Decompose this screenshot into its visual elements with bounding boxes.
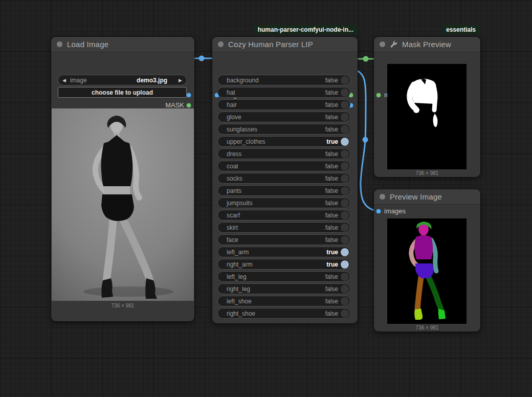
image-size-caption: 736 × 981 bbox=[51, 303, 194, 308]
input-port-mask[interactable] bbox=[376, 93, 381, 98]
toggle-right_leg[interactable]: right_legfalse bbox=[217, 283, 350, 294]
toggle-knob[interactable] bbox=[341, 199, 349, 207]
toggle-value: false bbox=[325, 310, 338, 317]
toggle-label: face bbox=[227, 236, 325, 244]
toggle-knob[interactable] bbox=[341, 260, 349, 269]
segmentation-preview-image bbox=[387, 218, 467, 324]
node-preview-image[interactable]: Preview Image images bbox=[374, 189, 480, 332]
toggle-dress[interactable]: dressfalse bbox=[217, 148, 350, 159]
toggle-label: left_leg bbox=[227, 273, 325, 280]
toggle-label: right_arm bbox=[227, 261, 326, 268]
collapse-dot[interactable] bbox=[380, 194, 385, 200]
toggle-socks[interactable]: socksfalse bbox=[217, 173, 350, 184]
toggle-right_shoe[interactable]: right_shoefalse bbox=[217, 308, 350, 319]
toggle-label: glove bbox=[227, 114, 325, 121]
node-source-badge-essentials: essentials bbox=[442, 25, 480, 34]
toggle-background[interactable]: backgroundfalse bbox=[217, 75, 350, 85]
toggle-knob[interactable] bbox=[341, 310, 349, 318]
toggle-glove[interactable]: glovefalse bbox=[217, 112, 350, 122]
toggle-knob[interactable] bbox=[341, 113, 349, 121]
collapse-dot[interactable] bbox=[380, 41, 385, 47]
toggle-value: false bbox=[325, 273, 338, 280]
collapse-dot[interactable] bbox=[218, 41, 224, 47]
toggle-value: true bbox=[326, 249, 338, 256]
toggle-knob[interactable] bbox=[341, 273, 349, 281]
combo-prev-icon[interactable]: ◀ bbox=[58, 78, 70, 83]
mask-preview-image bbox=[387, 64, 467, 169]
toggle-knob[interactable] bbox=[341, 76, 349, 84]
toggle-knob[interactable] bbox=[341, 236, 349, 244]
toggle-face[interactable]: facefalse bbox=[217, 234, 350, 245]
node-title-bar[interactable]: Mask Preview bbox=[374, 37, 480, 52]
image-size-caption: 736 × 981 bbox=[374, 170, 480, 176]
toggle-knob[interactable] bbox=[341, 150, 349, 158]
node-title-bar[interactable]: Preview Image bbox=[374, 189, 480, 205]
toggle-knob[interactable] bbox=[341, 297, 349, 305]
toggle-knob[interactable] bbox=[341, 187, 349, 195]
toggle-pants[interactable]: pantsfalse bbox=[217, 185, 350, 196]
input-label-images: images bbox=[384, 208, 406, 215]
image-file-combo[interactable]: ◀ image demo3.jpg ▶ bbox=[58, 75, 187, 85]
toggle-skirt[interactable]: skirtfalse bbox=[217, 222, 350, 233]
toggle-sunglasses[interactable]: sunglassesfalse bbox=[217, 124, 350, 135]
toggle-coat[interactable]: coatfalse bbox=[217, 161, 350, 171]
toggle-knob[interactable] bbox=[341, 89, 349, 97]
toggle-left_leg[interactable]: left_legfalse bbox=[217, 271, 350, 282]
input-port-images[interactable] bbox=[376, 209, 381, 214]
toggle-value: false bbox=[325, 200, 338, 207]
toggle-label: coat bbox=[227, 163, 325, 170]
toggle-hat[interactable]: hatfalse bbox=[217, 87, 350, 98]
toggle-left_arm[interactable]: left_armtrue bbox=[217, 247, 350, 257]
toggle-value: false bbox=[325, 187, 338, 194]
toggle-knob[interactable] bbox=[341, 211, 349, 219]
toggle-label: upper_clothes bbox=[227, 138, 326, 145]
output-port-mask[interactable] bbox=[186, 103, 191, 108]
toggle-label: right_leg bbox=[227, 285, 325, 293]
node-load-image[interactable]: Load Image IMAGE MASK ◀ image demo3.jpg … bbox=[51, 37, 194, 321]
toggle-label: right_shoe bbox=[227, 310, 325, 317]
toggle-label: left_arm bbox=[227, 249, 326, 256]
wire-midpoint-dot[interactable] bbox=[363, 56, 369, 62]
node-title-bar[interactable]: Load Image bbox=[51, 37, 194, 52]
toggle-jumpsuits[interactable]: jumpsuitsfalse bbox=[217, 197, 350, 208]
toggle-label: hair bbox=[227, 101, 325, 108]
toggle-left_shoe[interactable]: left_shoefalse bbox=[217, 296, 350, 306]
toggle-label: scarf bbox=[227, 212, 325, 219]
toggle-knob[interactable] bbox=[341, 248, 349, 256]
wire-midpoint-dot[interactable] bbox=[199, 56, 205, 61]
toggle-knob[interactable] bbox=[341, 285, 349, 293]
loaded-image-preview bbox=[52, 108, 194, 301]
node-graph-canvas[interactable]: human-parser-comfyui-node-in... essentia… bbox=[0, 0, 532, 397]
toggle-label: skirt bbox=[227, 224, 325, 231]
toggle-label: socks bbox=[227, 175, 325, 182]
combo-next-icon[interactable]: ▶ bbox=[174, 78, 186, 83]
node-title-bar[interactable]: Cozy Human Parser LIP bbox=[212, 37, 358, 52]
toggle-knob[interactable] bbox=[341, 224, 349, 232]
wrench-icon bbox=[390, 40, 397, 48]
toggle-value: false bbox=[325, 285, 338, 293]
toggle-label: sunglasses bbox=[227, 126, 325, 133]
toggle-hair[interactable]: hairfalse bbox=[217, 99, 350, 110]
node-mask-preview[interactable]: Mask Preview mask 736 × 981 bbox=[374, 37, 480, 177]
toggle-knob[interactable] bbox=[341, 138, 349, 146]
wire-midpoint-dot[interactable] bbox=[363, 137, 368, 143]
toggle-right_arm[interactable]: right_armtrue bbox=[217, 259, 350, 270]
badge-label: human-parser-comfyui-node-in... bbox=[258, 26, 353, 33]
output-port-image[interactable] bbox=[186, 93, 191, 98]
toggle-knob[interactable] bbox=[341, 125, 349, 134]
toggle-knob[interactable] bbox=[341, 101, 349, 109]
badge-label: essentials bbox=[446, 26, 476, 33]
toggle-value: false bbox=[325, 89, 338, 96]
toggle-value: false bbox=[325, 77, 338, 84]
toggle-scarf[interactable]: scarffalse bbox=[217, 210, 350, 220]
toggle-upper_clothes[interactable]: upper_clothestrue bbox=[217, 136, 350, 147]
node-cozy-human-parser[interactable]: Cozy Human Parser LIP image mask map bac… bbox=[212, 37, 358, 323]
toggle-label: left_shoe bbox=[227, 298, 325, 305]
collapse-dot[interactable] bbox=[57, 41, 62, 47]
toggle-knob[interactable] bbox=[341, 174, 349, 183]
node-title: Cozy Human Parser LIP bbox=[228, 40, 313, 49]
choose-file-button[interactable]: choose file to upload bbox=[58, 87, 187, 98]
toggle-value: false bbox=[325, 175, 338, 182]
toggle-knob[interactable] bbox=[341, 162, 349, 170]
toggle-value: true bbox=[326, 138, 338, 145]
